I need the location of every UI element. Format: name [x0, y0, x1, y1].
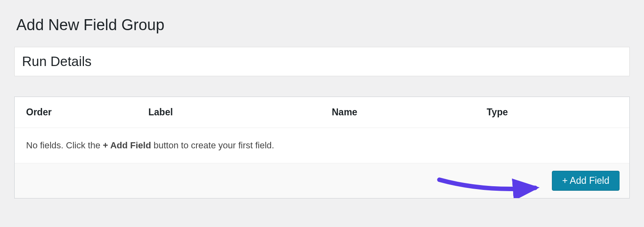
column-header-label: Label	[137, 97, 320, 128]
no-fields-row: No fields. Click the + Add Field button …	[15, 128, 629, 163]
column-header-type: Type	[475, 97, 629, 128]
page-title: Add New Field Group	[14, 16, 630, 34]
field-group-title-input[interactable]	[14, 47, 630, 76]
column-header-order: Order	[15, 97, 137, 128]
fields-postbox: Order Label Name Type No fields. Click t…	[14, 97, 630, 198]
fields-table: Order Label Name Type No fields. Click t…	[15, 97, 629, 163]
no-fields-bold: + Add Field	[103, 140, 151, 150]
table-footer: + Add Field	[15, 163, 629, 198]
no-fields-prefix: No fields. Click the	[26, 140, 103, 150]
column-header-name: Name	[320, 97, 475, 128]
no-fields-message: No fields. Click the + Add Field button …	[15, 128, 629, 163]
no-fields-suffix: button to create your first field.	[151, 140, 274, 150]
add-field-button[interactable]: + Add Field	[552, 171, 620, 191]
